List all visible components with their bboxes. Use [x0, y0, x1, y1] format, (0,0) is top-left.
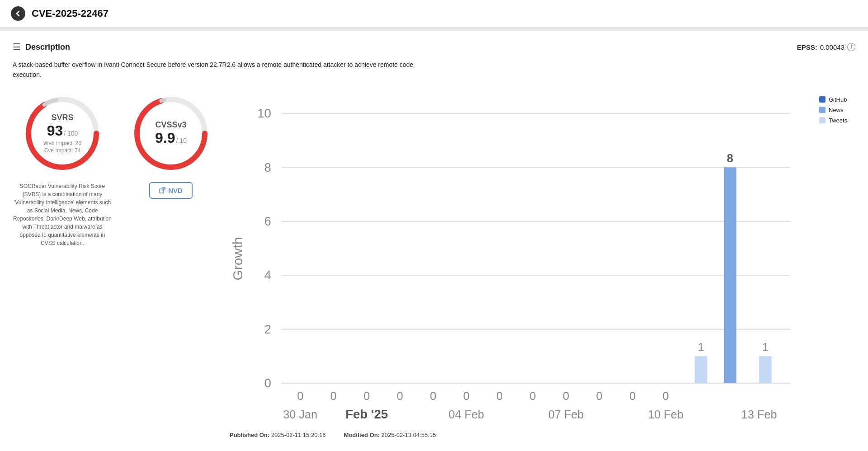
svg-text:0: 0 — [563, 390, 569, 402]
svrs-web-impact: Web Impact: 26 — [43, 140, 81, 146]
svrs-section: SVRS 93 / 100 Web Impact: 26 Cve Impact:… — [13, 93, 112, 247]
svg-text:13 Feb: 13 Feb — [741, 408, 777, 421]
section-title-wrap: ☰ Description — [13, 42, 70, 52]
svg-text:8: 8 — [264, 160, 271, 174]
cards-row: SVRS 93 / 100 Web Impact: 26 Cve Impact:… — [13, 93, 855, 438]
section-title: Description — [25, 42, 70, 52]
svg-rect-36 — [759, 356, 772, 383]
svg-text:Feb '25: Feb '25 — [345, 407, 388, 421]
back-button[interactable] — [11, 6, 25, 21]
modified-value: 2025-02-13 04:55:15 — [382, 432, 436, 438]
external-link-icon — [159, 187, 165, 193]
svg-text:0: 0 — [297, 390, 303, 402]
svg-text:0: 0 — [363, 390, 370, 402]
svg-text:Growth: Growth — [230, 237, 245, 280]
svg-text:1: 1 — [698, 341, 704, 353]
epss-wrap: EPSS: 0.00043 i — [797, 43, 855, 51]
news-label: News — [829, 107, 844, 113]
epss-info-icon[interactable]: i — [847, 43, 855, 51]
svg-text:0: 0 — [629, 390, 636, 402]
svg-rect-32 — [695, 356, 708, 383]
published-label: Published On: — [230, 432, 269, 438]
svg-text:07 Feb: 07 Feb — [548, 408, 584, 421]
legend-github: GitHub — [819, 96, 855, 103]
github-label: GitHub — [829, 96, 847, 103]
svg-text:2: 2 — [264, 322, 271, 336]
svg-text:04 Feb: 04 Feb — [448, 408, 484, 421]
nvd-button[interactable]: NVD — [149, 182, 193, 199]
published-info: Published On: 2025-02-11 15:20:16 — [230, 432, 326, 438]
svg-rect-34 — [724, 167, 736, 383]
svrs-gauge-container: SVRS 93 / 100 Web Impact: 26 Cve Impact:… — [22, 93, 103, 174]
svg-text:30 Jan: 30 Jan — [283, 408, 317, 421]
svrs-label: SVRS — [43, 113, 81, 122]
epss-label: EPSS: — [797, 43, 817, 51]
description-text: A stack-based buffer overflow in Ivanti … — [13, 60, 420, 80]
cvss-label: CVSSv3 — [155, 120, 187, 130]
tweets-label: Tweets — [829, 117, 847, 124]
chart-area: 10 8 6 4 2 0 Growth 0 — [230, 93, 811, 426]
svrs-gauge-card: SVRS 93 / 100 Web Impact: 26 Cve Impact:… — [17, 93, 108, 174]
legend-tweets: Tweets — [819, 117, 855, 124]
svg-text:0: 0 — [264, 376, 271, 390]
page-header: CVE-2025-22467 — [0, 0, 868, 28]
legend-news: News — [819, 107, 855, 113]
svrs-cve-impact: Cve Impact: 74 — [43, 147, 81, 154]
github-swatch — [819, 96, 826, 103]
cvss-gauge-card: CVSSv3 9.9 / 10 NVD — [130, 93, 212, 199]
cvss-section: CVSSv3 9.9 / 10 NVD — [130, 93, 212, 199]
chart-legend: GitHub News Tweets — [819, 93, 855, 124]
growth-chart-svg: 10 8 6 4 2 0 Growth 0 — [230, 93, 811, 425]
svg-text:8: 8 — [727, 152, 733, 164]
nvd-label: NVD — [168, 187, 183, 194]
svg-text:0: 0 — [463, 390, 470, 402]
cvss-gauge-center: CVSSv3 9.9 / 10 — [155, 120, 187, 146]
svrs-max: / 100 — [64, 130, 78, 137]
svg-text:0: 0 — [330, 390, 337, 402]
main-content: ☰ Description EPSS: 0.00043 i A stack-ba… — [0, 31, 868, 449]
cvss-gauge-container: CVSSv3 9.9 / 10 — [130, 93, 212, 174]
epss-value: 0.00043 — [820, 43, 844, 51]
svg-text:0: 0 — [596, 390, 603, 402]
svg-text:0: 0 — [530, 390, 536, 402]
svg-text:10: 10 — [257, 106, 271, 120]
modified-label: Modified On: — [344, 432, 379, 438]
chart-section: 10 8 6 4 2 0 Growth 0 — [230, 93, 855, 438]
svg-text:0: 0 — [662, 390, 669, 402]
svrs-gauge-center: SVRS 93 / 100 Web Impact: 26 Cve Impact:… — [43, 113, 81, 154]
list-icon: ☰ — [13, 42, 21, 52]
modified-info: Modified On: 2025-02-13 04:55:15 — [344, 432, 436, 438]
svrs-value: 93 — [47, 122, 63, 139]
cvss-value: 9.9 — [155, 130, 175, 146]
news-swatch — [819, 107, 826, 113]
chart-wrap: 10 8 6 4 2 0 Growth 0 — [230, 93, 855, 426]
section-header: ☰ Description EPSS: 0.00043 i — [13, 42, 855, 52]
svg-text:10 Feb: 10 Feb — [648, 408, 684, 421]
tweets-swatch — [819, 117, 826, 123]
svg-text:0: 0 — [430, 390, 436, 402]
published-value: 2025-02-11 15:20:16 — [271, 432, 326, 438]
svg-text:6: 6 — [264, 214, 271, 228]
cvss-max: / 10 — [176, 137, 187, 144]
svg-text:1: 1 — [762, 341, 769, 353]
chart-footer: Published On: 2025-02-11 15:20:16 Modifi… — [230, 432, 855, 438]
svg-text:0: 0 — [496, 390, 503, 402]
svg-text:4: 4 — [264, 268, 271, 282]
svrs-note: SOCRadar Vulnerability Risk Score (SVRS)… — [13, 182, 112, 247]
cve-title: CVE-2025-22467 — [32, 8, 108, 19]
svg-text:0: 0 — [397, 390, 403, 402]
